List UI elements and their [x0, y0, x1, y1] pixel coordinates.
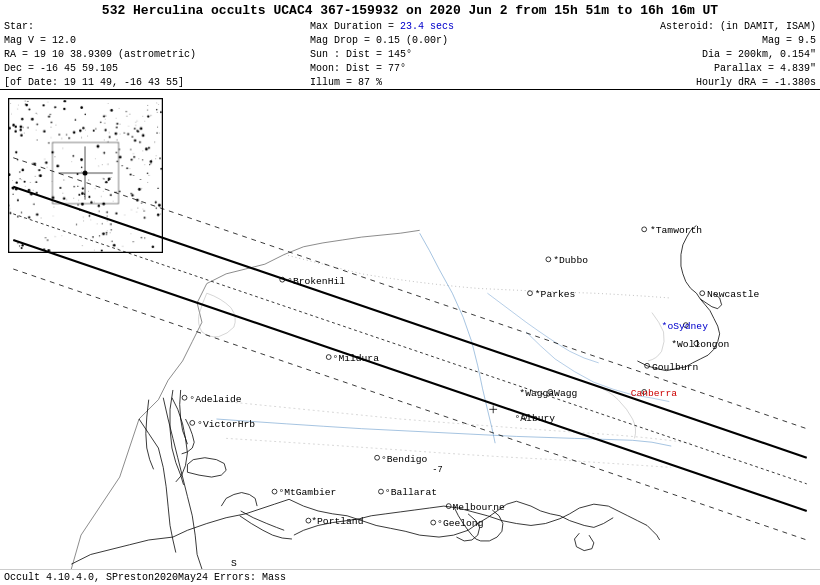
- map-area: *Tamworth *Dubbo °BrokenHil *Parkes Newc…: [0, 90, 820, 569]
- city-dot-victorhrb: [190, 420, 195, 425]
- city-label-ballarat: °Ballarat: [385, 487, 437, 498]
- city-dot-geelong: [431, 520, 436, 525]
- city-label-dubbo: *Dubbo: [553, 255, 588, 266]
- city-label-portland: *Portland: [311, 516, 363, 527]
- city-label-sydney: *oSydney: [662, 321, 709, 332]
- asteroid-mag: Mag = 9.5: [762, 35, 816, 46]
- city-label-adelaide: °Adelaide: [189, 394, 241, 405]
- city-label-canberra: Canberra: [631, 388, 678, 399]
- city-label-wagga: *WaggaWagg: [519, 388, 577, 399]
- asteroid-dra: Hourly dRA = -1.380s: [696, 77, 816, 88]
- sun-dist: Sun : Dist = 145°: [310, 49, 412, 60]
- city-dot-mildura: [326, 355, 331, 360]
- footer-text: Occult 4.10.4.0, SPreston2020May24 Error…: [4, 572, 286, 583]
- svg-line-2: [13, 158, 806, 429]
- star-ra: RA = 19 10 38.9309 (astrometric): [4, 49, 196, 60]
- mag-drop: Mag Drop = 0.15 (0.00r): [310, 35, 448, 46]
- header-section: 532 Herculina occults UCAC4 367-159932 o…: [0, 0, 820, 90]
- city-label-geelong: °Geelong: [437, 518, 483, 529]
- moon-dist: Moon: Dist = 77°: [310, 63, 406, 74]
- city-label-parkes: *Parkes: [535, 289, 576, 300]
- city-label-mtgambier: °MtGambier: [278, 487, 336, 498]
- star-label: Star:: [4, 21, 34, 32]
- city-label-melbourne: Melbourne: [453, 502, 505, 513]
- city-label-bendigo: °Bendigo: [381, 454, 428, 465]
- city-dot-parkes: [528, 291, 533, 296]
- city-label-wollongon: *Wollongon: [671, 339, 729, 350]
- city-dot-portland: [306, 518, 311, 523]
- coastline: [71, 225, 721, 569]
- path-marker-s: S: [231, 558, 237, 569]
- map-svg: *Tamworth *Dubbo °BrokenHil *Parkes Newc…: [0, 90, 820, 569]
- city-dot-mtgambier: [272, 489, 277, 494]
- city-label-victorhrb: °VictorHrb: [197, 419, 255, 430]
- city-label-brokenhil: °BrokenHil: [287, 276, 345, 287]
- path-marker-7: -7: [432, 465, 442, 475]
- title-bar: 532 Herculina occults UCAC4 367-159932 o…: [4, 2, 816, 20]
- center-cross: [489, 405, 497, 413]
- main-container: 532 Herculina occults UCAC4 367-159932 o…: [0, 0, 820, 585]
- max-duration: Max Duration = 23.4 secs: [310, 21, 454, 32]
- asteroid-parallax: Parallax = 4.839": [714, 63, 816, 74]
- asteroid-label: Asteroid: (in DAMIT, ISAM): [660, 21, 816, 32]
- svg-line-3: [13, 269, 806, 540]
- city-dot-tamworth: [642, 227, 647, 232]
- city-dot-ballarat: [379, 489, 384, 494]
- city-label-mildura: °Mildura: [333, 353, 380, 364]
- city-dot-bendigo: [375, 455, 380, 460]
- illum: Illum = 87 %: [310, 77, 382, 88]
- asteroid-dia: Dia = 200km, 0.154": [702, 49, 816, 60]
- city-label-newcastle: Newcastle: [707, 289, 759, 300]
- star-mag: Mag V = 12.0: [4, 35, 76, 46]
- city-dot-adelaide: [182, 395, 187, 400]
- city-dot-melbourne: [446, 504, 451, 509]
- city-dot-dubbo: [546, 257, 551, 262]
- city-label-tamworth: *Tamworth: [650, 225, 702, 236]
- city-dot-newcastle: [700, 291, 705, 296]
- footer-bar: Occult 4.10.4.0, SPreston2020May24 Error…: [0, 569, 820, 585]
- svg-line-1: [13, 240, 806, 511]
- city-label-albury: °Albury: [515, 413, 556, 424]
- star-ofdate: [of Date: 19 11 49, -16 43 55]: [4, 77, 184, 88]
- city-label-goulburn: Goulburn: [652, 362, 698, 373]
- star-dec: Dec = -16 45 59.105: [4, 63, 118, 74]
